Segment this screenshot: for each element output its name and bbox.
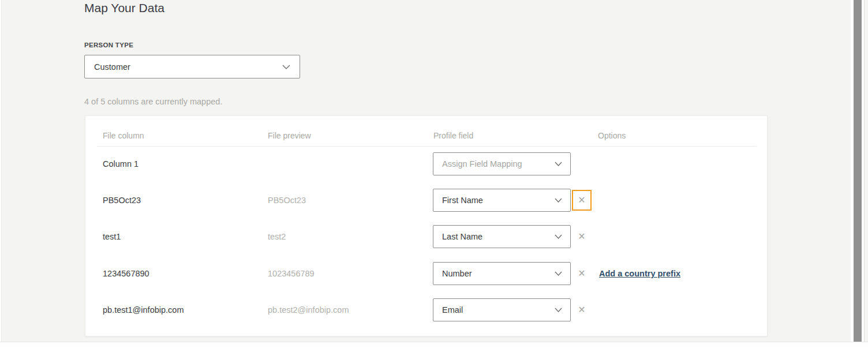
vertical-scrollbar-thumb[interactable] xyxy=(854,0,862,342)
file-column-value: test1 xyxy=(103,225,121,248)
bottom-bar xyxy=(0,342,868,348)
profile-field-value: Email xyxy=(433,305,555,315)
header-divider xyxy=(97,146,757,147)
remove-mapping-button[interactable]: ✕ xyxy=(572,300,592,320)
file-column-value: pb.test1@infobip.com xyxy=(103,298,184,321)
profile-field-dropdown[interactable]: Email xyxy=(433,298,571,321)
chevron-down-icon xyxy=(555,198,562,203)
person-type-label: PERSON TYPE xyxy=(84,42,133,48)
header-file-preview: File preview xyxy=(268,131,311,140)
chevron-down-icon xyxy=(282,65,290,69)
profile-field-value: Assign Field Mapping xyxy=(433,159,555,169)
remove-mapping-button[interactable]: ✕ xyxy=(572,226,592,247)
profile-field-dropdown[interactable]: First Name xyxy=(433,189,571,212)
file-preview-value: pb.test2@infobip.com xyxy=(268,298,349,321)
profile-field-value: Last Name xyxy=(433,232,555,241)
add-country-prefix-link[interactable]: Add a country prefix xyxy=(599,262,680,285)
table-header-row: File column File preview Profile field O… xyxy=(85,116,767,146)
profile-field-dropdown[interactable]: Number xyxy=(433,262,571,285)
header-options: Options xyxy=(598,131,626,140)
header-file-column: File column xyxy=(103,131,144,140)
profile-field-value: Number xyxy=(433,269,555,278)
chevron-down-icon xyxy=(555,308,562,312)
table-row: pb.test1@infobip.com pb.test2@infobip.co… xyxy=(85,298,767,335)
person-type-selected-value: Customer xyxy=(85,62,282,72)
file-column-value: PB5Oct23 xyxy=(103,189,141,212)
mapping-table-card: File column File preview Profile field O… xyxy=(85,115,768,336)
left-edge-strip xyxy=(0,0,2,348)
remove-mapping-button[interactable]: ✕ xyxy=(572,190,592,211)
remove-mapping-button[interactable]: ✕ xyxy=(572,263,592,284)
header-profile-field: Profile field xyxy=(433,131,473,140)
profile-field-dropdown[interactable]: Last Name xyxy=(433,225,571,248)
file-preview-value: 1023456789 xyxy=(268,262,315,285)
profile-field-value: First Name xyxy=(433,196,555,205)
table-row: Column 1 Assign Field Mapping xyxy=(85,152,767,189)
mapping-status-text: 4 of 5 columns are currently mapped. xyxy=(84,97,222,106)
table-row: test1 test2 Last Name ✕ xyxy=(85,225,767,261)
file-column-value: Column 1 xyxy=(103,152,139,175)
right-edge-strip xyxy=(864,0,868,342)
file-preview-value: test2 xyxy=(268,225,286,248)
profile-field-dropdown[interactable]: Assign Field Mapping xyxy=(433,152,571,175)
chevron-down-icon xyxy=(555,271,562,276)
table-row: PB5Oct23 PB5Oct23 First Name ✕ xyxy=(85,189,767,225)
page-title: Map Your Data xyxy=(84,1,164,15)
file-column-value: 1234567890 xyxy=(103,262,149,285)
chevron-down-icon xyxy=(555,234,562,239)
person-type-select[interactable]: Customer xyxy=(84,55,300,78)
chevron-down-icon xyxy=(555,162,562,166)
table-row: 1234567890 1023456789 Number ✕ Add a cou… xyxy=(85,262,767,298)
file-preview-value: PB5Oct23 xyxy=(268,189,306,212)
